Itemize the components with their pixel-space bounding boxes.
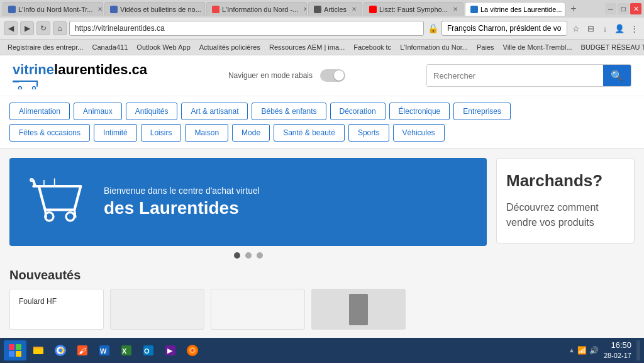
tab-5-close[interactable]: ✕ — [453, 6, 458, 13]
address-input[interactable] — [69, 21, 424, 36]
bookmark-6[interactable]: L'Information du Nor... — [396, 42, 472, 52]
new-tab-button[interactable]: + — [567, 2, 580, 16]
bookmark-5[interactable]: Facebook tc — [350, 42, 395, 52]
settings-icon[interactable]: ⋮ — [628, 21, 640, 35]
banner-dot-2[interactable] — [245, 252, 252, 259]
banner-subtitle: Bienvenue dans le centre d'achat virtuel — [104, 186, 260, 196]
bookmark-7[interactable]: Paies — [473, 42, 498, 52]
cat-sante[interactable]: Santé & beauté — [274, 124, 345, 142]
cat-bebes[interactable]: Bébés & enfants — [252, 103, 326, 120]
bookmark-1[interactable]: Canada411 — [88, 42, 131, 52]
cat-intimite[interactable]: Intimité — [94, 124, 137, 142]
cat-fetes[interactable]: Fêtes & occasions — [9, 124, 90, 142]
product-card-1[interactable] — [110, 289, 204, 330]
bookmark-9[interactable]: BUDGET RÉSEAU TC ... — [577, 42, 644, 52]
tab-2-icon — [110, 6, 118, 13]
tab-bar: L'Info du Nord Mont-Tr... ✕ Vidéos et bu… — [0, 0, 644, 18]
tab-4-close[interactable]: ✕ — [352, 6, 357, 13]
cat-electronique[interactable]: Électronique — [389, 103, 450, 120]
svg-rect-1 — [36, 81, 38, 87]
cat-maison[interactable]: Maison — [185, 124, 228, 142]
minimize-button[interactable]: ─ — [605, 3, 616, 14]
main-area: Bienvenue dans le centre d'achat virtuel… — [0, 148, 644, 339]
tab-6-label: La vitrine des Laurentide... — [480, 6, 562, 13]
tab-5[interactable]: Liszt: Faust Sympho... ✕ — [364, 2, 464, 16]
bookmarks-bar: Registraire des entrepr... Canada411 Out… — [0, 39, 644, 55]
bookmark-0[interactable]: Registraire des entrepr... — [4, 42, 87, 52]
banner-section: Bienvenue dans le centre d'achat virtuel… — [9, 158, 487, 330]
nouveautes-section: Nouveautés Foulard HF — [9, 268, 487, 330]
address-bar-row: ◀ ▶ ↻ ⌂ 🔒 ☆ ⊟ ↓ 👤 ⋮ — [0, 18, 644, 39]
site-header: vitrinelaurentides.ca Naviguer en mode r… — [0, 55, 644, 96]
cat-vehicules[interactable]: Véhicules — [393, 124, 445, 142]
header-center: Naviguer en mode rabais — [228, 69, 345, 82]
product-card-3[interactable] — [311, 289, 406, 330]
tab-6[interactable]: La vitrine des Laurentide... ✕ — [465, 2, 565, 16]
cat-animaux[interactable]: Animaux — [74, 103, 122, 120]
sidebar-title: Marchands? — [506, 171, 625, 191]
omnibox-search[interactable] — [441, 21, 567, 36]
tab-3-icon — [212, 6, 219, 13]
bookmark-3[interactable]: Actualités policières — [196, 42, 264, 52]
cat-entreprises[interactable]: Entreprises — [453, 103, 511, 120]
cat-loisirs[interactable]: Loisirs — [141, 124, 182, 142]
cat-antiquites[interactable]: Antiquités — [126, 103, 178, 120]
tab-2-label: Vidéos et bulletins de no... — [120, 6, 201, 13]
tab-3-close[interactable]: ✕ — [303, 6, 307, 13]
user-icon[interactable]: 👤 — [613, 21, 626, 35]
browser-actions: ☆ ⊟ ↓ 👤 ⋮ — [570, 21, 640, 35]
bookmark-8[interactable]: Ville de Mont-Trembl... — [499, 42, 576, 52]
logo-text: vitrinelaurentides.ca — [13, 62, 147, 78]
security-icon: 🔒 — [426, 21, 439, 35]
tab-1[interactable]: L'Info du Nord Mont-Tr... ✕ — [3, 2, 103, 16]
banner-text: Bienvenue dans le centre d'achat virtuel… — [104, 186, 260, 218]
product-card-2[interactable] — [211, 289, 305, 330]
tab-1-close[interactable]: ✕ — [97, 6, 103, 13]
bookmark-4[interactable]: Ressources AEM | ima... — [265, 42, 348, 52]
tab-4[interactable]: Articles ✕ — [308, 2, 362, 16]
sidebar-description: Découvrez comment vendre vos produits — [506, 200, 625, 230]
nav-row-2: Fêtes & occasions Intimité Loisirs Maiso… — [9, 124, 635, 142]
tab-3-label: L'Information du Nord -... — [222, 6, 298, 13]
banner-dot-3[interactable] — [257, 252, 263, 259]
close-button[interactable]: ✕ — [630, 3, 641, 14]
reload-button[interactable]: ↻ — [36, 21, 50, 35]
banner: Bienvenue dans le centre d'achat virtuel… — [9, 158, 487, 246]
star-icon[interactable]: ☆ — [570, 21, 582, 35]
cat-decoration[interactable]: Décoration — [330, 103, 386, 120]
tab-1-label: L'Info du Nord Mont-Tr... — [18, 6, 92, 13]
sidebar-card: Marchands? Découvrez comment vendre vos … — [496, 158, 635, 243]
svg-point-2 — [19, 87, 22, 90]
maximize-button[interactable]: □ — [618, 3, 629, 14]
bookmark-2[interactable]: Outlook Web App — [133, 42, 194, 52]
tab-3[interactable]: L'Information du Nord -... ✕ — [206, 2, 307, 16]
cat-mode[interactable]: Mode — [232, 124, 270, 142]
tab-6-icon — [470, 6, 478, 13]
forward-button[interactable]: ▶ — [20, 21, 34, 35]
page-content: vitrinelaurentides.ca Naviguer en mode r… — [0, 55, 644, 339]
tab-2[interactable]: Vidéos et bulletins de no... ✕ — [104, 2, 205, 16]
bookmark-list-icon[interactable]: ⊟ — [584, 21, 597, 35]
cat-alimentation[interactable]: Alimentation — [9, 103, 70, 120]
product-image-3 — [349, 294, 368, 325]
banner-title: des Laurentides — [104, 198, 260, 218]
products-row: Foulard HF — [9, 289, 487, 330]
nouveautes-title: Nouveautés — [9, 268, 487, 282]
cat-sports[interactable]: Sports — [348, 124, 389, 142]
product-card-0[interactable]: Foulard HF — [9, 289, 104, 330]
download-icon[interactable]: ↓ — [599, 21, 611, 35]
search-button[interactable]: 🔍 — [603, 65, 631, 86]
right-sidebar: Marchands? Découvrez comment vendre vos … — [496, 158, 635, 330]
logo-black: laurentides.ca — [54, 62, 147, 77]
banner-cart-icon — [28, 174, 91, 230]
search-input[interactable] — [427, 65, 603, 86]
back-button[interactable]: ◀ — [4, 21, 18, 35]
mode-toggle[interactable] — [320, 69, 345, 82]
home-button[interactable]: ⌂ — [53, 21, 67, 35]
tab-5-icon — [369, 6, 377, 13]
logo-cart-icon — [13, 78, 50, 89]
cat-art[interactable]: Art & artisanat — [181, 103, 248, 120]
logo-area[interactable]: vitrinelaurentides.ca — [13, 62, 147, 89]
banner-dot-1[interactable] — [234, 252, 240, 259]
toggle-label: Naviguer en mode rabais — [228, 71, 313, 80]
